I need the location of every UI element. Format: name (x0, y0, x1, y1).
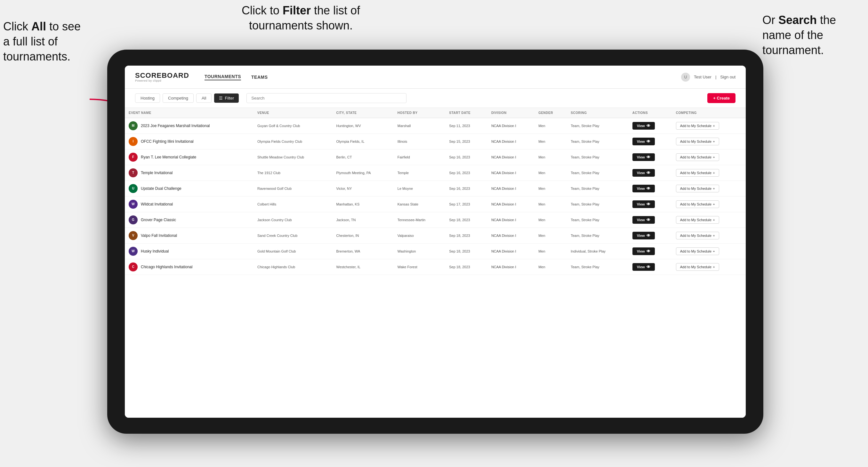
tournaments-table: EVENT NAME VENUE CITY, STATE HOSTED BY S… (125, 108, 746, 275)
cell-hosted-by: Le Moyne (394, 181, 445, 196)
cell-actions: View 👁 (629, 196, 672, 212)
cell-city-state: Huntington, WV (333, 118, 394, 134)
cell-city-state: Victor, NY (333, 181, 394, 196)
cell-event-name: W Wildcat Invitational (125, 196, 253, 212)
cell-start-date: Sep 18, 2023 (445, 244, 488, 259)
cell-gender: Men (534, 134, 567, 150)
cell-start-date: Sep 11, 2023 (445, 118, 488, 134)
cell-gender: Men (534, 228, 567, 244)
tab-all[interactable]: All (196, 93, 212, 103)
view-button[interactable]: View 👁 (632, 247, 655, 255)
nav-right: U Test User | Sign out (681, 73, 736, 82)
add-to-schedule-button[interactable]: Add to My Schedule + (676, 200, 719, 208)
create-button[interactable]: + Create (707, 93, 736, 103)
cell-competing: Add to My Schedule + (672, 134, 746, 150)
col-division: DIVISION (488, 108, 534, 118)
cell-venue: The 1912 Club (253, 165, 333, 181)
annotation-topleft: Click All to see a full list of tourname… (3, 19, 86, 64)
cell-scoring: Team, Stroke Play (567, 118, 628, 134)
cell-actions: View 👁 (629, 134, 672, 150)
table-header: EVENT NAME VENUE CITY, STATE HOSTED BY S… (125, 108, 746, 118)
view-label: View (637, 171, 645, 175)
add-label: Add to My Schedule (680, 139, 712, 144)
add-to-schedule-button[interactable]: Add to My Schedule + (676, 137, 719, 145)
add-to-schedule-button[interactable]: Add to My Schedule + (676, 122, 719, 130)
plus-icon: + (713, 234, 715, 238)
cell-scoring: Individual, Stroke Play (567, 244, 628, 259)
add-to-schedule-button[interactable]: Add to My Schedule + (676, 169, 719, 177)
team-logo: T (129, 168, 137, 177)
cell-start-date: Sep 18, 2023 (445, 228, 488, 244)
sign-out-link[interactable]: Sign out (720, 74, 736, 80)
cell-event-name: G Grover Page Classic (125, 212, 253, 228)
view-button[interactable]: View 👁 (632, 122, 655, 130)
nav-link-tournaments[interactable]: TOURNAMENTS (205, 74, 241, 80)
cell-division: NCAA Division I (488, 212, 534, 228)
toolbar: Hosting Competing All ☰ Filter + Create (125, 89, 746, 108)
cell-scoring: Team, Stroke Play (567, 165, 628, 181)
eye-icon: 👁 (647, 249, 650, 253)
cell-venue: Colbert Hills (253, 196, 333, 212)
view-label: View (637, 202, 645, 206)
tab-competing[interactable]: Competing (163, 93, 194, 103)
add-to-schedule-button[interactable]: Add to My Schedule + (676, 247, 719, 255)
view-button[interactable]: View 👁 (632, 200, 655, 208)
cell-scoring: Team, Stroke Play (567, 259, 628, 275)
view-button[interactable]: View 👁 (632, 263, 655, 271)
event-name-text: 2023 Joe Feaganes Marshall Invitational (141, 123, 210, 129)
table-body: M 2023 Joe Feaganes Marshall Invitationa… (125, 118, 746, 275)
plus-icon: + (713, 218, 715, 222)
plus-icon: + (713, 249, 715, 253)
cell-city-state: Berlin, CT (333, 150, 394, 165)
team-logo: W (129, 200, 137, 209)
col-hosted-by: HOSTED BY (394, 108, 445, 118)
add-to-schedule-button[interactable]: Add to My Schedule + (676, 263, 719, 271)
cell-actions: View 👁 (629, 212, 672, 228)
cell-scoring: Team, Stroke Play (567, 212, 628, 228)
add-to-schedule-button[interactable]: Add to My Schedule + (676, 216, 719, 224)
cell-division: NCAA Division I (488, 181, 534, 196)
col-actions: ACTIONS (629, 108, 672, 118)
view-button[interactable]: View 👁 (632, 137, 655, 145)
cell-actions: View 👁 (629, 150, 672, 165)
cell-scoring: Team, Stroke Play (567, 228, 628, 244)
eye-icon: 👁 (647, 170, 650, 175)
add-to-schedule-button[interactable]: Add to My Schedule + (676, 153, 719, 161)
cell-actions: View 👁 (629, 228, 672, 244)
search-box (246, 93, 406, 103)
cell-hosted-by: Fairfield (394, 150, 445, 165)
cell-city-state: Bremerton, WA (333, 244, 394, 259)
view-button[interactable]: View 👁 (632, 232, 655, 240)
view-button[interactable]: View 👁 (632, 185, 655, 192)
cell-actions: View 👁 (629, 259, 672, 275)
cell-event-name: T Temple Invitational (125, 165, 253, 181)
cell-competing: Add to My Schedule + (672, 196, 746, 212)
eye-icon: 👁 (647, 265, 650, 269)
table-row: U Upstate Dual Challenge Ravenwood Golf … (125, 181, 746, 196)
cell-city-state: Jackson, TN (333, 212, 394, 228)
view-button[interactable]: View 👁 (632, 169, 655, 177)
cell-start-date: Sep 15, 2023 (445, 134, 488, 150)
view-button[interactable]: View 👁 (632, 216, 655, 224)
cell-event-name: F Ryan T. Lee Memorial Collegiate (125, 150, 253, 165)
view-button[interactable]: View 👁 (632, 153, 655, 161)
add-label: Add to My Schedule (680, 171, 712, 175)
filter-button[interactable]: ☰ Filter (214, 93, 239, 103)
cell-division: NCAA Division I (488, 244, 534, 259)
eye-icon: 👁 (647, 124, 650, 128)
add-to-schedule-button[interactable]: Add to My Schedule + (676, 232, 719, 240)
filter-label: Filter (225, 96, 234, 100)
table-row: F Ryan T. Lee Memorial Collegiate Shuttl… (125, 150, 746, 165)
cell-hosted-by: Tennessee-Martin (394, 212, 445, 228)
cell-venue: Guyan Golf & Country Club (253, 118, 333, 134)
plus-icon: + (713, 139, 715, 144)
user-name: Test User (694, 74, 712, 80)
filter-icon: ☰ (219, 96, 223, 100)
add-to-schedule-button[interactable]: Add to My Schedule + (676, 185, 719, 192)
table-container: EVENT NAME VENUE CITY, STATE HOSTED BY S… (125, 108, 746, 418)
tab-hosting[interactable]: Hosting (135, 93, 160, 103)
eye-icon: 👁 (647, 218, 650, 222)
nav-link-teams[interactable]: TEAMS (251, 74, 268, 80)
plus-icon: + (713, 124, 715, 128)
search-input[interactable] (246, 93, 406, 103)
